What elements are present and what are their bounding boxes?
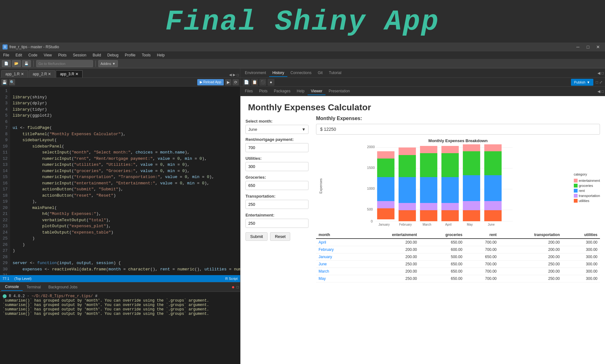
entertainment-input[interactable] bbox=[245, 219, 308, 228]
utilities-label: Utilities: bbox=[245, 156, 308, 161]
utilities-input[interactable] bbox=[245, 162, 308, 171]
bar-may bbox=[463, 144, 480, 221]
toolbar-go-to-file[interactable]: Go to file/function bbox=[36, 60, 93, 67]
svg-rect-17 bbox=[399, 177, 416, 203]
tab-history[interactable]: History bbox=[269, 69, 287, 77]
svg-rect-26 bbox=[441, 203, 459, 210]
svg-rect-34 bbox=[463, 144, 480, 151]
close-button[interactable]: ✕ bbox=[594, 43, 602, 51]
source-icon[interactable]: ⟳ bbox=[233, 79, 239, 85]
env-maximize-icon[interactable]: □ bbox=[602, 71, 604, 75]
window-controls: ─ □ ✕ bbox=[573, 43, 602, 51]
shiny-sidebar: Select month: June ▼ Rent/mortgage payme… bbox=[245, 116, 308, 282]
cell-month: March bbox=[316, 268, 358, 275]
legend-rent-color bbox=[574, 189, 578, 193]
toolbar-new[interactable]: 📄 bbox=[2, 60, 11, 67]
tab-app1[interactable]: app_1.R ✕ bbox=[1, 70, 28, 78]
groceries-input[interactable] bbox=[245, 181, 308, 190]
cell-rent: 700.00 bbox=[465, 268, 499, 275]
run-icon[interactable]: ▶ bbox=[225, 79, 231, 85]
svg-rect-21 bbox=[420, 203, 437, 210]
submit-button[interactable]: Submit bbox=[245, 232, 268, 241]
collapse-icon[interactable]: ◀ bbox=[229, 73, 232, 77]
tab-app3[interactable]: app_3.R ✕ bbox=[56, 70, 83, 78]
rent-input[interactable] bbox=[245, 143, 308, 152]
menu-view[interactable]: View bbox=[43, 52, 53, 58]
tab-presentation[interactable]: Presentation bbox=[326, 88, 353, 95]
maximize-icon[interactable]: □ bbox=[237, 73, 239, 77]
menu-session[interactable]: Session bbox=[72, 52, 88, 58]
tab-terminal[interactable]: Terminal bbox=[23, 284, 44, 291]
month-select[interactable]: June ▼ bbox=[245, 125, 308, 134]
cell-transportation: 250.00 bbox=[499, 261, 562, 268]
tab-files[interactable]: Files bbox=[242, 88, 256, 95]
cell-groceries: 500.00 bbox=[419, 253, 465, 261]
viewer-tab-collapse-icon[interactable]: ◀ bbox=[597, 89, 600, 94]
transportation-input[interactable] bbox=[245, 200, 308, 209]
code-editor[interactable]: 1234567891011121314151617181920212223242… bbox=[0, 87, 240, 275]
menu-tools[interactable]: Tools bbox=[141, 52, 152, 58]
tab-connections[interactable]: Connections bbox=[287, 69, 315, 77]
legend-utilities-color bbox=[574, 199, 578, 203]
rstudio-window: R free_r_tips - master - RStudio ─ □ ✕ F… bbox=[0, 43, 605, 364]
viewer-expand-icon[interactable]: ⤢ bbox=[599, 80, 602, 84]
minimize-button[interactable]: ─ bbox=[573, 43, 582, 51]
tab-plots[interactable]: Plots bbox=[256, 88, 271, 95]
menu-file[interactable]: File bbox=[2, 52, 10, 58]
title-banner: Final Shiny App bbox=[0, 0, 605, 43]
menu-plots[interactable]: Plots bbox=[57, 52, 68, 58]
monthly-expenses-value: $ 12250 bbox=[316, 124, 600, 135]
toolbar-open[interactable]: 📂 bbox=[12, 60, 21, 67]
tab-git[interactable]: Git bbox=[314, 69, 326, 77]
panel-tabs-left: Environment History Connections Git Tuto… bbox=[242, 69, 344, 77]
viewer-back-icon[interactable]: 📄 bbox=[243, 79, 250, 86]
expand-icon[interactable]: ▶ bbox=[233, 73, 235, 77]
menu-build[interactable]: Build bbox=[91, 52, 102, 58]
svg-rect-12 bbox=[377, 177, 395, 201]
viewer-forward-icon[interactable]: 📋 bbox=[251, 79, 258, 86]
toolbar-addins[interactable]: Addins ▼ bbox=[98, 60, 118, 67]
cell-utilities: 300.00 bbox=[562, 268, 600, 275]
toolbar-save[interactable]: 💾 bbox=[22, 60, 31, 67]
left-panel: app_1.R ✕ app_2.R ✕ app_3.R ✕ ◀ ▶ □ 💾 🔍 … bbox=[0, 68, 240, 364]
svg-rect-33 bbox=[463, 151, 480, 175]
menu-debug[interactable]: Debug bbox=[106, 52, 120, 58]
table-header: month entertainment groceries rent trans… bbox=[316, 231, 600, 239]
tab-packages[interactable]: Packages bbox=[271, 88, 294, 95]
publish-button[interactable]: Publish ▼ bbox=[571, 79, 593, 86]
tab-tutorial[interactable]: Tutorial bbox=[326, 69, 345, 77]
menu-edit[interactable]: Edit bbox=[14, 52, 23, 58]
cell-entertainment: 200.00 bbox=[358, 253, 419, 261]
select-month-label: Select month: bbox=[245, 119, 308, 124]
close-console-icon[interactable]: ● bbox=[232, 284, 235, 290]
tab-app2[interactable]: app_2.R ✕ bbox=[29, 70, 55, 78]
reload-app-button[interactable]: ▶ Reload App bbox=[197, 79, 224, 85]
cell-groceries: 600.00 bbox=[419, 246, 465, 253]
tab-console[interactable]: Console bbox=[1, 283, 23, 291]
menu-help[interactable]: Help bbox=[156, 52, 166, 58]
maximize-console-icon[interactable]: □ bbox=[237, 285, 239, 289]
cell-rent: 700.00 bbox=[465, 261, 499, 268]
console-area[interactable]: ⬤ R 4.0.2 · ~/D:/02-R_Tips/free_r.tips/ … bbox=[0, 292, 240, 364]
restore-button[interactable]: □ bbox=[584, 43, 592, 51]
save-icon[interactable]: 💾 bbox=[1, 79, 8, 85]
publish-chevron-icon: ▼ bbox=[587, 80, 590, 84]
tab-background-jobs[interactable]: Background Jobs bbox=[44, 284, 81, 291]
menu-profile[interactable]: Profile bbox=[124, 52, 137, 58]
viewer-maximize-icon[interactable]: □ bbox=[596, 80, 598, 84]
legend-groceries-label: groceries bbox=[579, 184, 593, 188]
menu-code[interactable]: Code bbox=[27, 52, 39, 58]
viewer-stop-icon[interactable]: ● bbox=[268, 79, 274, 86]
viewer-refresh-icon[interactable]: ⚫ bbox=[259, 79, 266, 86]
search-icon[interactable]: 🔍 bbox=[9, 79, 15, 85]
env-history-tabs: Environment History Connections Git Tuto… bbox=[240, 68, 605, 78]
viewer-tab-maximize-icon[interactable]: □ bbox=[602, 89, 604, 94]
toolbar-separator-2 bbox=[95, 61, 96, 67]
svg-rect-20 bbox=[420, 210, 437, 221]
env-collapse-icon[interactable]: ◀ bbox=[597, 71, 600, 75]
window-titlebar: R free_r_tips - master - RStudio ─ □ ✕ bbox=[0, 43, 605, 51]
tab-environment[interactable]: Environment bbox=[242, 69, 269, 77]
tab-viewer[interactable]: Viewer bbox=[308, 88, 325, 95]
reset-button[interactable]: Reset bbox=[270, 232, 290, 241]
tab-help[interactable]: Help bbox=[294, 88, 308, 95]
